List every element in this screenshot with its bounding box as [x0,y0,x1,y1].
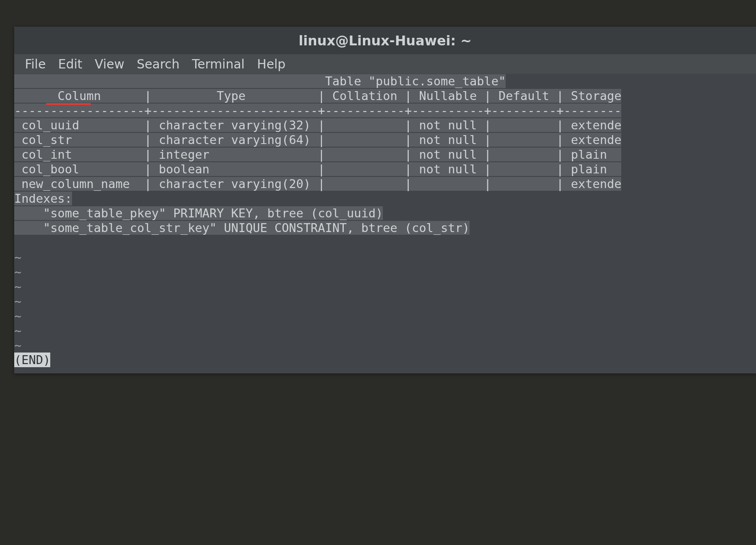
annotation-underline [46,103,91,105]
table-header: Column | Type | Collation | Nullable | D… [14,89,621,103]
pager-tilde: ~ [14,250,21,264]
table-row: col_uuid | character varying(32) | | not… [14,118,621,132]
menu-edit[interactable]: Edit [52,57,88,72]
menu-terminal[interactable]: Terminal [186,57,251,72]
titlebar: linux@Linux-Huawei: ~ [14,27,756,54]
table-separator: ------------------+---------------------… [14,104,621,117]
table-row: col_str | character varying(64) | | not … [14,133,621,147]
pager-tilde: ~ [14,324,21,337]
table-row: col_int | integer | | not null | | plain [14,148,621,161]
pager-tilde: ~ [14,265,21,279]
indexes-label: Indexes: [14,192,72,205]
table-row: new_column_name | character varying(20) … [14,177,621,191]
pager-tilde: ~ [14,338,21,352]
pager-tilde: ~ [14,294,21,308]
table-title: Table "public.some_table" [14,74,506,88]
pager-end: (END) [14,353,50,367]
pager-tilde: ~ [14,309,21,323]
index-line: "some_table_col_str_key" UNIQUE CONSTRAI… [14,221,470,235]
index-line: "some_table_pkey" PRIMARY KEY, btree (co… [14,206,383,220]
menubar: File Edit View Search Terminal Help [14,54,756,74]
table-row: col_bool | boolean | | not null | | plai… [14,162,621,176]
window-title: linux@Linux-Huawei: ~ [298,33,471,48]
terminal-window: linux@Linux-Huawei: ~ File Edit View Sea… [14,27,756,373]
menu-search[interactable]: Search [131,57,186,72]
pager-tilde: ~ [14,280,21,293]
menu-help[interactable]: Help [251,57,292,72]
menu-view[interactable]: View [88,57,130,72]
menu-file[interactable]: File [19,57,52,72]
terminal-content[interactable]: Table "public.some_table" Column | Type … [14,74,756,373]
psql-output: Table "public.some_table" Column | Type … [14,74,621,235]
